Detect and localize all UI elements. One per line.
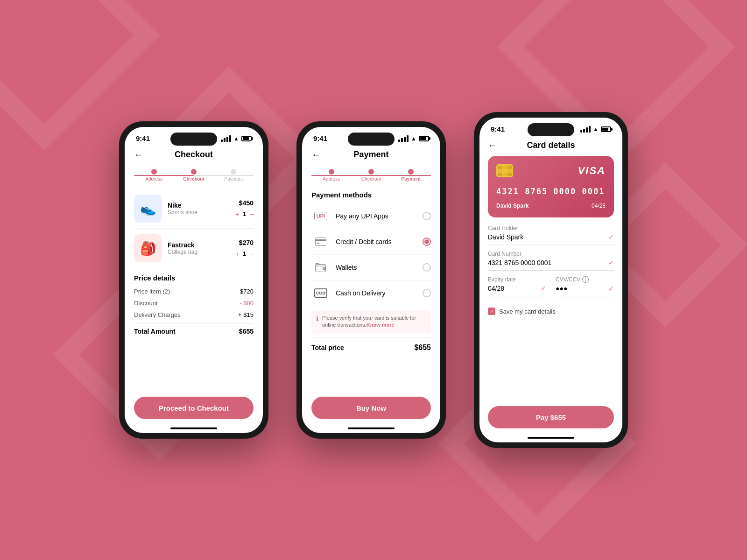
cvv-info-icon[interactable]: i (582, 276, 589, 283)
buy-now-btn[interactable]: Buy Now (311, 397, 431, 419)
battery-2 (419, 136, 429, 141)
phone-card-details: 9:41 ▲ ← (474, 112, 628, 448)
payment-total-row: Total price $655 (311, 337, 431, 356)
nike-name: Nike (168, 202, 230, 209)
card-chip-icon (496, 164, 513, 177)
payment-header: ← Payment (311, 146, 431, 165)
info-icon: ℹ (316, 315, 318, 322)
card-details-content: ← Card details (479, 137, 622, 402)
nike-price: $450 (239, 199, 254, 207)
signal-3 (580, 126, 591, 133)
fastrack-bag-img: 🎒 (134, 234, 162, 262)
checkout-back-btn[interactable]: ← (134, 149, 143, 160)
home-indicator-2 (302, 424, 440, 433)
method-wallet[interactable]: Wallets (311, 255, 431, 280)
save-card-label: Save my card details (499, 308, 556, 315)
battery-1 (241, 136, 252, 141)
card-holder-display: David Spark (496, 203, 529, 209)
dynamic-island-3 (528, 123, 574, 136)
card-icon (311, 235, 330, 249)
cart-item-fastrack: 🎒 Fastrack College bag $270 + 1 − (134, 229, 254, 268)
proceed-checkout-btn[interactable]: Proceed to Checkout (134, 397, 254, 419)
card-number-check: ✓ (608, 259, 614, 266)
signal-1 (221, 135, 231, 142)
expiry-check: ✓ (541, 285, 546, 292)
fastrack-qty-num: 1 (243, 251, 246, 257)
card-number-group: Card Number 4321 8765 0000 0001 ✓ (488, 251, 614, 271)
wallet-label: Wallets (336, 264, 423, 271)
status-icons-3: ▲ (580, 126, 611, 133)
payment-back-btn[interactable]: ← (311, 149, 321, 160)
card-details-title: Card details (527, 140, 575, 150)
step-payment: Payment (214, 169, 254, 182)
p-step-address: Address (311, 169, 351, 182)
signal-2 (398, 135, 409, 142)
checkout-title: Checkout (175, 150, 213, 160)
upi-label: Pay any UPI Apps (336, 212, 423, 220)
payment-btn-area: Buy Now (302, 394, 440, 424)
payment-total-label: Total price (311, 344, 344, 351)
nike-qty-add[interactable]: + (235, 210, 239, 218)
payment-methods-title: Payment methods (311, 189, 431, 203)
card-btn-area: Pay $655 (479, 402, 622, 433)
wallet-radio[interactable] (423, 263, 431, 272)
total-label: Total Amount (134, 328, 176, 335)
p-step-checkout: Checkout (351, 169, 391, 182)
nike-qty-num: 1 (243, 211, 246, 217)
step-address: Address (134, 169, 174, 182)
home-indicator-1 (125, 424, 263, 433)
card-holder-label: Card Holder (488, 225, 614, 231)
method-upi[interactable]: UPI Pay any UPI Apps (311, 203, 431, 229)
save-card-row[interactable]: ✓ Save my card details (488, 308, 614, 315)
pay-btn[interactable]: Pay $655 (488, 406, 614, 428)
cvv-value: ●●● (556, 285, 567, 292)
svg-rect-0 (316, 238, 326, 246)
battery-3 (601, 126, 611, 132)
visa-logo: VISA (578, 165, 606, 177)
price-row-discount: Discount - $80 (134, 297, 254, 309)
card-number-display: 4321 8765 0000 0001 (496, 187, 606, 196)
checkout-steps: Address Checkout Payment (134, 165, 254, 189)
dynamic-island-2 (348, 133, 395, 146)
card-back-btn[interactable]: ← (488, 140, 497, 151)
save-card-checkbox[interactable]: ✓ (488, 308, 495, 315)
checkout-header: ← Checkout (134, 146, 254, 165)
card-expiry-display: 04/28 (592, 203, 606, 209)
cvv-group: CVV/CCV i ●●● ✓ (556, 276, 614, 296)
wifi-2: ▲ (411, 135, 416, 142)
info-banner: ℹ Please verify that your card is suitab… (311, 310, 431, 334)
fastrack-qty-add[interactable]: + (235, 250, 239, 258)
payment-title: Payment (353, 150, 388, 160)
cvv-check: ✓ (608, 285, 614, 292)
method-cod[interactable]: COD Cash on Delivery (311, 280, 431, 306)
svg-point-5 (324, 268, 324, 269)
payment-total-value: $655 (414, 343, 431, 352)
know-more-link[interactable]: Know more (366, 322, 395, 328)
home-indicator-3 (479, 433, 622, 442)
wallet-icon (311, 260, 330, 274)
card-radio[interactable] (423, 238, 431, 246)
card-number-label: Card Number (488, 251, 614, 257)
fastrack-qty-minus[interactable]: − (250, 250, 254, 258)
cod-radio[interactable] (423, 289, 431, 297)
expiry-cvv-row: Expiry date 04/28 ✓ CVV/CCV i ●●● (488, 276, 614, 302)
card-details-header: ← Card details (488, 137, 614, 156)
nike-qty-controls: + 1 − (235, 210, 254, 218)
info-text: Please verify that your card is suitable… (322, 315, 426, 329)
status-icons-2: ▲ (398, 135, 429, 142)
price-row-delivery: Delivery Charges + $15 (134, 309, 254, 321)
cod-label: Cash on Delivery (336, 289, 423, 297)
price-row-total: Total Amount $655 (134, 323, 254, 337)
price-section-title: Price details (134, 268, 254, 286)
phone-payment: 9:41 ▲ ← (296, 121, 446, 439)
card-holder-check: ✓ (608, 233, 614, 241)
p-step-payment: Payment (391, 169, 431, 182)
card-details-screen: 9:41 ▲ ← (479, 118, 622, 442)
checkout-content: ← Checkout Address Checkout (125, 146, 263, 392)
cart-item-nike: 👟 Nike Sports shoe $450 + 1 − (134, 189, 254, 229)
nike-shoe-img: 👟 (134, 195, 162, 223)
nike-qty-minus[interactable]: − (250, 210, 254, 218)
method-card[interactable]: Credit / Debit cards (311, 229, 431, 255)
upi-radio[interactable] (423, 212, 431, 220)
card-label: Credit / Debit cards (336, 238, 423, 245)
